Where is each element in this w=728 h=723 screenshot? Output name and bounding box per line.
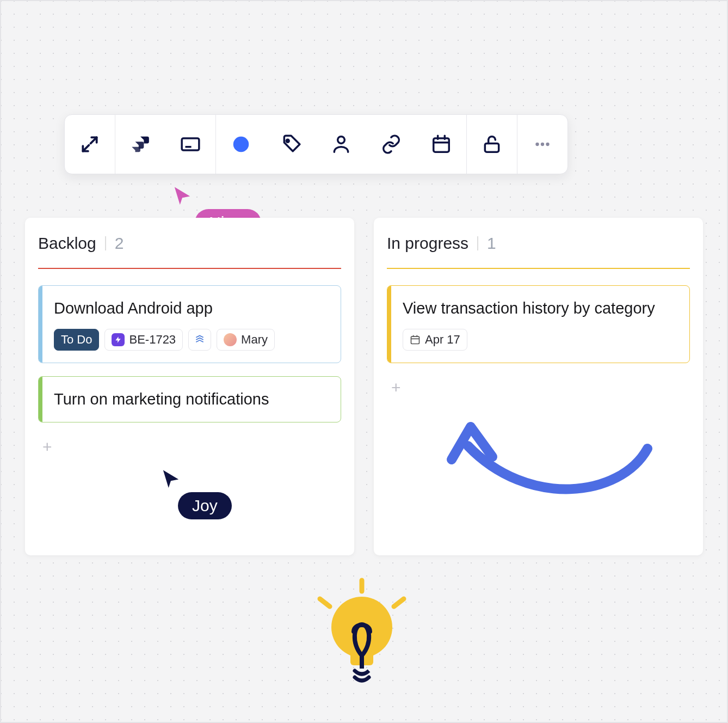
jira-icon [130,134,151,155]
drawn-arrow-icon [441,416,658,516]
svg-line-19 [394,599,404,606]
date-button[interactable] [416,115,466,174]
collaborator-cursor-joy: Joy [162,468,232,519]
lightbulb-icon [305,573,419,689]
column-title: In progress [387,234,468,253]
svg-point-4 [338,137,345,144]
column-count: 1 [487,234,496,253]
add-card-button[interactable]: + [387,376,405,399]
column-header: In progress 1 [387,234,690,253]
date-label: Apr 17 [425,333,460,347]
card[interactable]: Download Android app To Do BE-1723 [38,285,341,363]
cursor-icon [162,468,180,489]
status-chip[interactable]: To Do [54,329,99,351]
floating-toolbar [64,114,568,174]
more-icon [532,134,553,155]
add-card-button[interactable]: + [38,436,57,458]
tag-button[interactable] [266,115,316,174]
card[interactable]: View transaction history by category Apr… [387,285,690,363]
ticket-label: BE-1723 [129,333,176,347]
card-chips: To Do BE-1723 Mary [54,329,329,351]
column-title: Backlog [38,234,96,253]
layers-chip[interactable] [188,329,211,351]
card[interactable]: Turn on marketing notifications [38,376,341,422]
jira-button[interactable] [115,115,165,174]
bolt-icon [112,333,125,346]
svg-line-17 [320,599,330,606]
card-title: View transaction history by category [403,298,677,319]
expand-button[interactable] [65,115,115,174]
color-dot-icon [231,134,251,155]
svg-rect-9 [485,143,498,152]
collaborator-name-tag: Joy [178,492,232,519]
svg-rect-5 [434,138,449,152]
divider [477,236,478,250]
card-accent [39,286,42,363]
tag-icon [281,134,301,155]
card-accent [387,286,391,363]
card-accent [39,377,42,422]
svg-point-10 [535,143,539,146]
svg-rect-13 [411,336,419,344]
text-card-icon [180,134,201,155]
column-rule [38,268,341,269]
lock-open-icon [482,134,502,155]
more-button[interactable] [517,115,567,174]
svg-rect-0 [182,138,199,150]
layers-icon [193,333,206,346]
expand-icon [79,134,100,155]
card-chips: Apr 17 [403,329,677,351]
svg-point-11 [541,143,544,146]
color-button[interactable] [216,115,266,174]
column-header: Backlog 2 [38,234,341,253]
card-title: Download Android app [54,298,329,319]
link-icon [381,134,402,155]
assignee-chip[interactable]: Mary [217,329,275,351]
person-icon [331,134,351,155]
card-title: Turn on marketing notifications [54,389,329,410]
calendar-icon [410,334,421,345]
svg-point-12 [546,143,549,146]
divider [105,236,106,250]
assignee-button[interactable] [316,115,366,174]
assignee-name: Mary [241,333,268,347]
calendar-icon [431,134,452,155]
cursor-icon [173,185,192,206]
date-chip[interactable]: Apr 17 [403,329,467,351]
text-card-button[interactable] [165,115,215,174]
avatar [224,333,237,346]
ticket-chip[interactable]: BE-1723 [104,329,183,351]
lock-button[interactable] [467,115,517,174]
column-rule [387,268,690,269]
svg-point-3 [286,139,289,142]
link-button[interactable] [366,115,416,174]
column-count: 2 [115,234,124,253]
svg-point-2 [233,137,249,152]
